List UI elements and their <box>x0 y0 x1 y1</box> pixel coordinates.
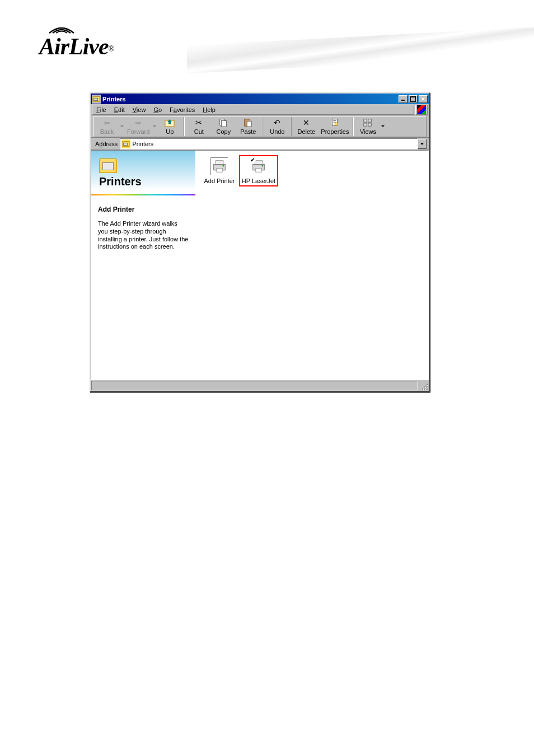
svg-rect-14 <box>364 123 367 126</box>
svg-rect-13 <box>368 119 371 122</box>
icon-view[interactable]: Add Printer ✔ HP LaserJet <box>195 151 428 379</box>
menu-file-label: ile <box>100 106 106 113</box>
address-printers-icon <box>121 139 130 148</box>
close-button[interactable]: ✕ <box>419 95 428 103</box>
up-button[interactable]: Up <box>157 116 182 137</box>
titlebar[interactable]: Printers ✕ <box>91 94 429 104</box>
address-field[interactable]: Printers <box>120 138 418 150</box>
delete-button[interactable]: ✕ Delete <box>294 116 318 137</box>
scissors-icon: ✂ <box>193 118 204 128</box>
svg-rect-7 <box>247 121 252 127</box>
svg-rect-17 <box>124 143 128 145</box>
logo-signal-icon <box>45 20 78 35</box>
throbber-icon <box>415 105 428 115</box>
svg-rect-5 <box>222 120 227 127</box>
printers-window: Printers ✕ File Edit View Go Favorites H… <box>90 92 430 392</box>
undo-icon: ↶ <box>271 118 283 128</box>
printers-folder-icon <box>99 158 117 173</box>
document-header: AirLive® <box>0 0 534 67</box>
item-label: HP LaserJet <box>242 178 275 184</box>
forward-dropdown[interactable] <box>152 116 157 137</box>
menu-go-label: o <box>158 106 162 113</box>
back-button[interactable]: ⬅ Back <box>95 116 119 137</box>
addressbar: Address Printers <box>91 138 429 150</box>
rainbow-divider <box>91 194 195 195</box>
address-value: Printers <box>132 141 153 147</box>
views-button[interactable]: Views <box>355 116 380 137</box>
menubar: File Edit View Go Favorites Help <box>91 104 429 115</box>
statusbar-pane <box>91 381 418 390</box>
minimize-button[interactable] <box>399 95 407 103</box>
add-printer-item[interactable]: Add Printer <box>200 155 239 186</box>
svg-point-25 <box>262 165 264 167</box>
menu-edit-label: dit <box>118 106 125 113</box>
copy-icon <box>218 118 229 128</box>
folder-up-icon <box>164 118 175 128</box>
svg-point-21 <box>223 165 224 167</box>
back-arrow-icon: ⬅ <box>101 118 113 128</box>
svg-point-11 <box>335 123 338 125</box>
paste-icon <box>242 118 254 128</box>
menu-favorites[interactable]: Favorites <box>166 105 199 114</box>
toolbar-separator <box>353 117 354 136</box>
sidebar-description: The Add Printer wizard walks you step-by… <box>98 220 189 251</box>
svg-rect-12 <box>364 119 367 122</box>
delete-x-icon: ✕ <box>301 118 312 128</box>
copy-button[interactable]: Copy <box>211 116 236 137</box>
sidebar-heading: Add Printer <box>98 206 189 213</box>
svg-rect-1 <box>94 98 98 100</box>
menu-view[interactable]: View <box>129 105 150 114</box>
menu-help-label: elp <box>207 106 216 113</box>
toolbar-separator <box>184 117 185 136</box>
menu-go[interactable]: Go <box>149 105 166 114</box>
views-icon <box>362 118 373 128</box>
properties-icon <box>329 118 340 128</box>
logo-registered: ® <box>109 45 115 53</box>
address-dropdown[interactable] <box>418 139 427 149</box>
properties-button[interactable]: Properties <box>318 116 351 137</box>
hp-laserjet-item[interactable]: ✔ HP LaserJet <box>239 155 278 186</box>
statusbar <box>91 380 429 391</box>
menu-fav-label: vorites <box>177 106 195 113</box>
titlebar-printers-icon <box>92 95 101 104</box>
address-label: Address <box>93 141 120 147</box>
undo-button[interactable]: ↶ Undo <box>265 116 289 137</box>
printer-icon: ✔ <box>250 157 268 175</box>
airlive-logo: AirLive® <box>39 20 114 60</box>
cut-button[interactable]: ✂ Cut <box>186 116 211 137</box>
menu-view-label: iew <box>137 106 146 113</box>
resize-grip[interactable] <box>419 381 429 391</box>
sidebar: Printers Add Printer The Add Printer wiz… <box>91 151 195 379</box>
toolbar-separator <box>291 117 292 136</box>
add-printer-icon <box>210 157 228 175</box>
header-band-graphic <box>187 27 534 73</box>
item-label: Add Printer <box>204 178 235 184</box>
menu-help[interactable]: Help <box>199 105 219 114</box>
menu-file[interactable]: File <box>92 105 110 114</box>
svg-rect-18 <box>216 161 223 165</box>
views-dropdown[interactable] <box>380 116 386 137</box>
toolbar-separator <box>262 117 263 136</box>
content-area: Printers Add Printer The Add Printer wiz… <box>91 150 429 380</box>
svg-rect-22 <box>255 161 263 165</box>
back-dropdown[interactable] <box>119 116 125 137</box>
default-checkmark-icon: ✔ <box>249 156 256 164</box>
maximize-button[interactable] <box>409 95 418 103</box>
forward-arrow-icon: ➡ <box>133 118 144 128</box>
forward-button[interactable]: ➡ Forward <box>125 116 152 137</box>
paste-button[interactable]: Paste <box>236 116 260 137</box>
logo-text: AirLive <box>39 34 109 59</box>
sidebar-title: Printers <box>99 175 188 188</box>
svg-rect-15 <box>368 123 371 126</box>
toolbar: ⬅ Back ➡ Forward Up ✂ Cut <box>91 115 429 138</box>
window-title: Printers <box>102 96 397 102</box>
svg-rect-24 <box>256 168 261 172</box>
svg-rect-20 <box>217 168 222 172</box>
menu-edit[interactable]: Edit <box>110 105 129 114</box>
